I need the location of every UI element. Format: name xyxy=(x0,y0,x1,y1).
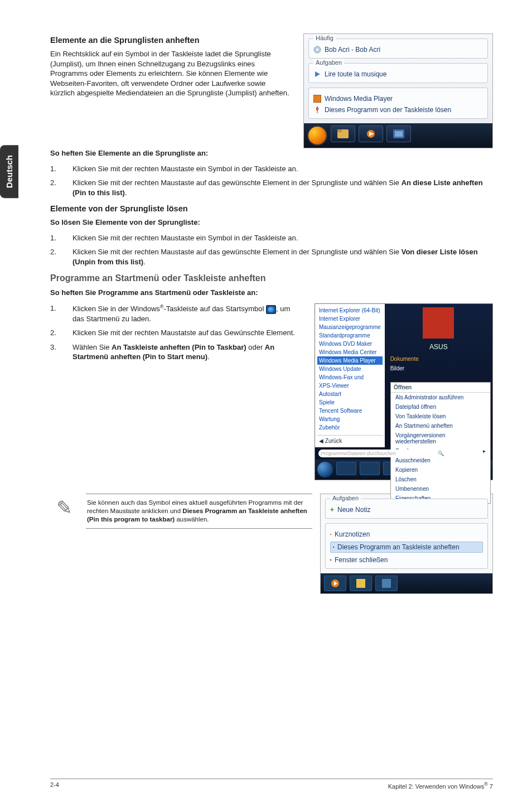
page-footer: 2-4 Kapitel 2: Verwenden von Windows® 7 xyxy=(50,779,493,790)
user-picture xyxy=(423,307,454,339)
list-item: Klicken Sie mit der rechten Maustatste a… xyxy=(72,328,303,338)
context-menu-item[interactable]: Als Administrator ausführen xyxy=(391,393,490,402)
taskbar-button[interactable] xyxy=(324,576,346,591)
figure-start-menu: Internet Explorer (64-Bit) Internet Expl… xyxy=(315,303,493,480)
startmenu-item[interactable]: Tencent Software xyxy=(317,407,383,415)
media-player-icon xyxy=(365,129,376,138)
media-player-icon xyxy=(331,579,340,588)
heading-pin-jumplist: Elemente an die Sprunglisten anheften xyxy=(50,36,292,45)
cd-icon xyxy=(313,46,321,54)
list-item: Klicken Sie mit der rechten Maustaste au… xyxy=(72,178,493,197)
page-number: 2-4 xyxy=(50,781,59,790)
plus-icon: + xyxy=(330,506,334,514)
fig1-item-wmp[interactable]: Windows Media Player xyxy=(325,95,393,103)
taskbar-button[interactable] xyxy=(350,576,372,591)
startmenu-item[interactable]: Windows DVD Maker xyxy=(317,340,383,348)
startmenu-right-item[interactable]: Bilder xyxy=(385,364,492,373)
list-item: Klicken Sie in der Windows®-Taskleiste a… xyxy=(72,303,303,323)
subtitle-pin-steps: So heften Sie Elemente an die Sprunglist… xyxy=(50,148,493,158)
taskbar-button[interactable] xyxy=(360,462,380,475)
context-menu-item[interactable]: Von Taskleiste lösen xyxy=(391,412,490,421)
context-menu-item[interactable]: Löschen xyxy=(391,475,490,484)
context-menu-item[interactable]: Umbenennen xyxy=(391,484,490,494)
app-icon xyxy=(393,129,404,138)
context-menu-item[interactable]: Dateipfad öffnen xyxy=(391,402,490,412)
list-number: 1. xyxy=(50,303,61,323)
startmenu-right-item[interactable]: Dokumente xyxy=(385,354,492,364)
subtitle-unpin-steps: So lösen Sie Elemente von der Sprunglist… xyxy=(50,218,493,228)
start-orb-icon[interactable] xyxy=(317,462,333,477)
startmenu-item[interactable]: Wartung xyxy=(317,415,383,423)
context-menu-header[interactable]: Öffnen xyxy=(391,383,490,393)
list-item: Klicken Sie mit der rechten Maustaste ei… xyxy=(72,164,493,174)
figure-jumplist-notes: Aufgaben + Neue Notiz Kurznotizen Dieses… xyxy=(320,494,493,594)
list-item: Klicken Sie mit der rechten Maustaste ei… xyxy=(72,233,493,243)
fig1-group-title-frequent: Häufig xyxy=(313,35,336,41)
fig3-item-highlighted[interactable]: Dieses Programm an Taskleiste anheften xyxy=(330,542,483,553)
heading-unpin-jumplist: Elemente von der Sprungliste lösen xyxy=(50,204,493,213)
svg-rect-11 xyxy=(356,579,365,588)
svg-rect-8 xyxy=(395,131,403,137)
unpin-icon xyxy=(313,106,321,114)
startmenu-item[interactable]: Internet Explorer (64-Bit) xyxy=(317,306,383,315)
list-number: 3. xyxy=(50,342,61,362)
context-menu: Öffnen Als Administrator ausführen Datei… xyxy=(390,382,491,504)
startmenu-item[interactable]: Mausanzeigeprogramme xyxy=(317,323,383,331)
context-menu-item[interactable]: Kopieren xyxy=(391,465,490,475)
list-number: 2. xyxy=(50,247,61,267)
list-number: 1. xyxy=(50,164,61,174)
startmenu-item[interactable]: Windows-Fax und xyxy=(317,373,383,381)
subtitle-pin-startmenu: So heften Sie Programme ans Startmenü od… xyxy=(50,288,493,298)
list-number: 1. xyxy=(50,233,61,243)
app-icon xyxy=(382,579,391,588)
fig3-item[interactable]: + Neue Notiz xyxy=(330,506,483,514)
para-pin-jumplist: Ein Rechtsklick auf ein Symbol in der Ta… xyxy=(50,49,292,98)
list-item: Wählen Sie An Taskleiste anheften (Pin t… xyxy=(72,342,303,362)
close-icon xyxy=(330,559,331,561)
svg-point-1 xyxy=(316,49,318,51)
fig1-item-lire[interactable]: Lire toute la musique xyxy=(325,70,386,78)
taskbar-button[interactable] xyxy=(359,125,383,142)
list-number: 2. xyxy=(50,328,61,338)
language-tab: Deutsch xyxy=(0,145,18,198)
start-orb-icon[interactable] xyxy=(307,125,327,146)
startmenu-item[interactable]: Zubehör xyxy=(317,423,383,432)
startmenu-item[interactable]: Internet Explorer xyxy=(317,315,383,323)
play-icon xyxy=(313,70,321,78)
svg-rect-4 xyxy=(337,129,342,132)
startmenu-item[interactable]: Windows Media Center xyxy=(317,348,383,356)
startmenu-item[interactable]: Standardprogramme xyxy=(317,331,383,340)
startmenu-item[interactable]: XPS-Viewer xyxy=(317,381,383,390)
pin-icon xyxy=(333,547,334,548)
search-input[interactable]: Programme/Dateien durchsuchen 🔍 xyxy=(318,450,446,457)
startmenu-right-item[interactable] xyxy=(385,373,492,383)
fig1-item-bob[interactable]: Bob Acri - Bob Acri xyxy=(325,46,380,54)
pencil-note-icon: ✎ xyxy=(50,494,78,521)
startmenu-item-selected[interactable]: Windows Media Player xyxy=(317,356,383,365)
back-button[interactable]: ◀ Zurück xyxy=(319,438,342,444)
search-icon: 🔍 xyxy=(438,451,444,456)
context-menu-item[interactable]: An Startmenü anheften xyxy=(391,421,490,431)
taskbar-button[interactable] xyxy=(375,576,398,591)
list-item: Klicken Sie mit der rechten Maustaste au… xyxy=(72,247,493,267)
fig3-item[interactable]: Kurznotizen xyxy=(330,530,483,538)
context-menu-item[interactable]: Vorgängerversionen wiederherstellen xyxy=(391,431,490,446)
startmenu-left-panel: Internet Explorer (64-Bit) Internet Expl… xyxy=(315,304,385,447)
taskbar-button[interactable] xyxy=(336,462,356,475)
fig3-item[interactable]: Fenster schließen xyxy=(330,556,483,564)
taskbar-button[interactable] xyxy=(331,125,355,142)
list-number: 2. xyxy=(50,178,61,197)
startmenu-item[interactable]: Spiele xyxy=(317,398,383,407)
svg-rect-12 xyxy=(382,579,391,588)
fig1-item-unpin[interactable]: Dieses Programm von der Taskleiste lösen xyxy=(325,106,451,114)
figure-jumplist-media: Häufig Bob Acri - Bob Acri Aufgaben Lire… xyxy=(303,33,493,148)
taskbar-button[interactable] xyxy=(386,125,411,142)
sticky-note-icon xyxy=(330,534,331,535)
svg-marker-2 xyxy=(315,71,320,77)
startmenu-item[interactable]: Autostart xyxy=(317,390,383,398)
startmenu-item[interactable]: Windows Update xyxy=(317,365,383,373)
fig3-group-title: Aufgaben xyxy=(330,495,361,501)
user-name: ASUS xyxy=(385,343,492,351)
media-player-icon xyxy=(313,95,321,103)
start-button-icon xyxy=(266,305,276,314)
